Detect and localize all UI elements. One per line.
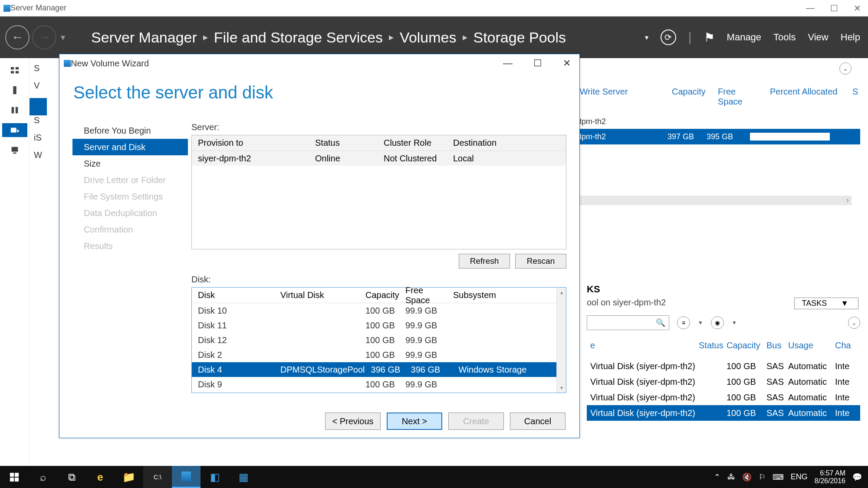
menu-help[interactable]: Help xyxy=(841,32,860,43)
tray-security-icon[interactable]: ⚐ xyxy=(759,472,766,482)
col-bus[interactable]: Bus xyxy=(766,341,788,350)
phys-disk-row[interactable]: Virtual Disk (siyer-dpm-th2)100 GBSASAut… xyxy=(587,374,860,390)
cancel-button[interactable]: Cancel xyxy=(510,413,566,430)
col-cap[interactable]: Capacity xyxy=(359,290,399,300)
disk-row[interactable]: Disk 9100 GB99.9 GB xyxy=(192,377,556,392)
rail-file-storage[interactable] xyxy=(2,123,27,137)
rail-dashboard[interactable] xyxy=(2,63,27,77)
server-manager-taskbtn[interactable] xyxy=(172,466,201,488)
nav-history-dropdown[interactable]: ▾ xyxy=(61,32,65,43)
tray-up-icon[interactable]: ⌃ xyxy=(714,472,720,482)
col-capacity[interactable]: Capacity xyxy=(727,341,766,350)
disk-row[interactable]: Disk 12100 GB99.9 GB xyxy=(192,333,556,347)
tray-notifications-icon[interactable]: 💬 xyxy=(852,472,862,482)
subnav-item[interactable]: iS xyxy=(30,133,47,150)
wizard-step[interactable]: Before You Begin xyxy=(76,122,188,139)
crumb-2[interactable]: Volumes xyxy=(400,29,456,46)
menu-tools[interactable]: Tools xyxy=(773,32,796,43)
col-status[interactable]: Status xyxy=(699,341,727,350)
refresh-icon[interactable]: ⟳ xyxy=(661,29,676,45)
tray-keyboard-icon[interactable]: ⌨ xyxy=(773,472,784,482)
col-free[interactable]: Free Space xyxy=(718,87,761,107)
col-provision[interactable]: Provision to xyxy=(192,138,309,148)
search-input[interactable]: 🔍 xyxy=(587,315,669,330)
horizontal-scrollbar[interactable]: › xyxy=(568,196,852,205)
minimize-icon[interactable]: — xyxy=(806,3,815,13)
subnav-item[interactable]: S xyxy=(30,115,47,133)
cmd-icon[interactable]: C:\ xyxy=(143,466,172,488)
col-free[interactable]: Free Space xyxy=(399,285,447,305)
crumb-0[interactable]: Server Manager xyxy=(91,29,197,46)
crumb-3[interactable]: Storage Pools xyxy=(473,29,566,46)
phys-disk-row[interactable]: Virtual Disk (siyer-dpm-th2)100 GBSASAut… xyxy=(587,390,860,405)
nav-back-button[interactable]: ← xyxy=(5,25,30,49)
nav-forward-button[interactable]: → xyxy=(32,25,56,49)
phys-disk-row[interactable]: Virtual Disk (siyer-dpm-th2)100 GBSASAut… xyxy=(587,405,860,421)
col-dest[interactable]: Destination xyxy=(447,138,566,148)
subnav-item[interactable]: V xyxy=(30,81,47,98)
disk-grid[interactable]: Disk Virtual Disk Capacity Free Space Su… xyxy=(191,287,566,393)
dialog-maximize-icon[interactable]: ☐ xyxy=(533,58,542,69)
disk-row[interactable]: Disk 2100 GB99.9 GB xyxy=(192,347,556,362)
previous-button[interactable]: < Previous xyxy=(325,413,381,430)
search-icon[interactable]: ⌕ xyxy=(29,466,57,488)
dropdown-icon[interactable]: ▾ xyxy=(645,33,648,42)
app2-icon[interactable]: ▦ xyxy=(229,466,258,488)
tray-lang[interactable]: ENG xyxy=(791,472,808,481)
col-capacity[interactable]: Capacity xyxy=(672,87,709,107)
start-button[interactable] xyxy=(0,466,29,488)
pool-group[interactable]: r-dpm-th2 xyxy=(568,117,860,126)
menu-manage[interactable]: Manage xyxy=(727,32,762,43)
explorer-icon[interactable]: 📁 xyxy=(115,466,143,488)
phys-disk-row[interactable]: Virtual Disk (siyer-dpm-th2)100 GBSASAut… xyxy=(587,358,860,374)
refresh-button[interactable]: Refresh xyxy=(459,254,510,269)
disk-row[interactable]: Disk 11100 GB99.9 GB xyxy=(192,318,556,333)
next-button[interactable]: Next > xyxy=(387,413,442,430)
wizard-step[interactable]: Server and Disk xyxy=(72,139,188,155)
dialog-close-icon[interactable]: ✕ xyxy=(563,58,571,69)
wizard-step[interactable]: Size xyxy=(76,155,188,172)
expand-icon[interactable]: ⌄ xyxy=(848,317,860,329)
disk-row[interactable]: Disk 10100 GB99.9 GB xyxy=(192,303,556,318)
tray-clock[interactable]: 6:57 AM 8/26/2016 xyxy=(815,469,845,485)
filter-icon[interactable]: ≡ xyxy=(677,316,690,329)
rail-hyperv[interactable] xyxy=(2,143,27,157)
col-name[interactable]: e xyxy=(587,341,699,350)
col-sub[interactable]: Subsystem xyxy=(447,290,556,300)
maximize-icon[interactable]: ☐ xyxy=(830,3,838,13)
notifications-flag-icon[interactable]: ⚑ xyxy=(704,30,715,45)
rescan-button[interactable]: Rescan xyxy=(515,254,566,269)
col-disk[interactable]: Disk xyxy=(192,290,274,300)
task-view-icon[interactable]: ⧉ xyxy=(57,466,86,488)
save-view-icon[interactable]: ◉ xyxy=(711,316,724,329)
rail-all[interactable] xyxy=(2,103,27,117)
tray-network-icon[interactable]: 🖧 xyxy=(727,472,735,481)
col-status[interactable]: Status xyxy=(309,138,378,148)
ie-icon[interactable]: e xyxy=(86,466,115,488)
tray-volume-icon[interactable]: 🔇 xyxy=(742,472,752,482)
collapse-icon[interactable]: ⌄ xyxy=(839,62,852,75)
app-icon[interactable]: ◧ xyxy=(201,466,229,488)
vertical-scrollbar[interactable]: ▴▾ xyxy=(556,288,566,393)
subnav-item-selected[interactable] xyxy=(30,98,47,115)
col-s[interactable]: S xyxy=(852,87,858,107)
server-row[interactable]: siyer-dpm-th2 Online Not Clustered Local xyxy=(192,151,566,166)
crumb-1[interactable]: File and Storage Services xyxy=(214,29,383,46)
subnav-item[interactable]: W xyxy=(30,150,47,167)
rail-local[interactable] xyxy=(2,83,27,97)
col-cha[interactable]: Cha xyxy=(835,341,851,350)
col-rw[interactable]: d-Write Server xyxy=(572,87,663,107)
dialog-minimize-icon[interactable]: — xyxy=(503,58,513,69)
menu-view[interactable]: View xyxy=(808,32,828,43)
col-usage[interactable]: Usage xyxy=(788,341,835,350)
subnav-item[interactable]: S xyxy=(30,63,47,81)
svg-rect-4 xyxy=(13,86,16,94)
close-icon[interactable]: ✕ xyxy=(854,3,861,13)
pool-row-selected[interactable]: r-dpm-th2 397 GB 395 GB xyxy=(568,129,860,144)
tasks-dropdown[interactable]: TASKS▼ xyxy=(794,298,858,309)
col-percent[interactable]: Percent Allocated xyxy=(770,87,844,107)
col-vdisk[interactable]: Virtual Disk xyxy=(274,290,359,300)
col-cluster[interactable]: Cluster Role xyxy=(378,138,447,148)
server-grid[interactable]: Provision to Status Cluster Role Destina… xyxy=(191,135,566,249)
disk-row[interactable]: Disk 4DPMSQLStoragePool396 GB396 GBWindo… xyxy=(192,362,556,377)
